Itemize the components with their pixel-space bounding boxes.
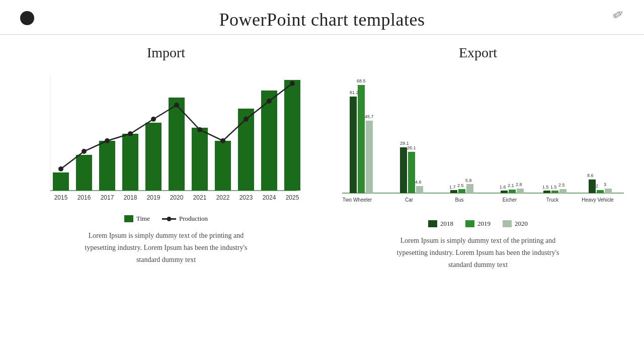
- svg-rect-6: [145, 123, 162, 191]
- svg-text:Car: Car: [405, 197, 414, 203]
- svg-text:68.5: 68.5: [357, 78, 366, 83]
- svg-text:2024: 2024: [263, 194, 276, 201]
- legend-production-line: [162, 218, 176, 220]
- svg-point-20: [220, 138, 225, 143]
- svg-rect-36: [350, 97, 357, 193]
- svg-text:3: 3: [604, 182, 606, 187]
- legend-2018-label: 2018: [440, 220, 453, 228]
- svg-rect-4: [99, 141, 115, 191]
- export-legend: 2018 2019 2020: [428, 220, 528, 228]
- svg-text:1.5: 1.5: [542, 185, 549, 190]
- svg-text:1.7: 1.7: [449, 185, 456, 190]
- svg-rect-37: [358, 85, 365, 193]
- svg-rect-59: [517, 189, 524, 193]
- svg-rect-38: [366, 121, 373, 193]
- main-content: Import: [0, 35, 644, 361]
- header-dot: [20, 11, 34, 25]
- legend-2018: 2018: [428, 220, 453, 228]
- svg-point-19: [197, 127, 202, 132]
- svg-point-15: [105, 138, 110, 143]
- page-header: PowerPoint chart templates ✏: [0, 0, 644, 35]
- svg-rect-71: [589, 179, 596, 193]
- svg-text:Bus: Bus: [455, 197, 463, 203]
- page-title: PowerPoint chart templates: [219, 9, 425, 30]
- svg-text:45.7: 45.7: [365, 114, 374, 119]
- legend-2020-box: [503, 220, 512, 227]
- legend-2020: 2020: [503, 220, 528, 228]
- import-legend: Time Production: [124, 215, 208, 223]
- svg-text:Eicher: Eicher: [503, 197, 517, 203]
- svg-rect-3: [76, 155, 92, 191]
- legend-2019-box: [465, 220, 474, 227]
- svg-text:2021: 2021: [193, 194, 207, 201]
- legend-production-label: Production: [179, 215, 208, 223]
- svg-rect-57: [501, 191, 508, 193]
- svg-text:2019: 2019: [147, 194, 160, 201]
- svg-text:Heavy Vehicle: Heavy Vehicle: [582, 197, 614, 203]
- svg-text:2023: 2023: [239, 194, 253, 201]
- svg-point-18: [174, 103, 179, 108]
- svg-rect-43: [400, 147, 407, 193]
- svg-text:2022: 2022: [216, 194, 230, 201]
- svg-text:2.5: 2.5: [558, 183, 565, 188]
- export-panel: Export 61.2 68.5 45.7 Two Wheeler 29.1: [322, 40, 634, 361]
- svg-text:4.6: 4.6: [415, 179, 422, 185]
- svg-point-17: [151, 117, 156, 122]
- svg-rect-5: [122, 134, 138, 191]
- svg-text:2016: 2016: [77, 194, 91, 201]
- svg-text:2.8: 2.8: [516, 182, 522, 187]
- svg-rect-44: [408, 152, 415, 193]
- svg-text:1.5: 1.5: [550, 185, 557, 190]
- legend-2019-label: 2019: [477, 220, 491, 228]
- svg-text:1.6: 1.6: [500, 185, 506, 190]
- svg-text:2: 2: [596, 184, 598, 189]
- edit-icon[interactable]: ✏: [610, 6, 627, 25]
- legend-time-label: Time: [136, 215, 150, 223]
- import-chart-svg: 2015 2016 2017 2018 2019 2020 2021 2022 …: [25, 65, 307, 211]
- svg-point-16: [128, 131, 133, 136]
- svg-rect-8: [192, 128, 208, 191]
- legend-2018-box: [428, 220, 437, 227]
- export-chart-svg: 61.2 68.5 45.7 Two Wheeler 29.1 26.1 4.6…: [327, 65, 629, 216]
- svg-rect-66: [559, 189, 567, 193]
- svg-rect-51: [458, 189, 465, 193]
- legend-time: Time: [124, 215, 150, 223]
- svg-text:61.2: 61.2: [350, 90, 359, 95]
- export-chart-title: Export: [459, 45, 497, 61]
- legend-2019: 2019: [465, 220, 491, 228]
- svg-point-13: [58, 166, 63, 171]
- svg-rect-64: [543, 191, 550, 193]
- svg-point-23: [290, 81, 295, 86]
- svg-text:2.5: 2.5: [457, 183, 464, 188]
- svg-rect-58: [509, 190, 516, 193]
- svg-text:Two Wheeler: Two Wheeler: [343, 197, 372, 203]
- export-description: Lorem Ipsum is simply dummy text of the …: [392, 235, 564, 270]
- svg-point-22: [267, 99, 272, 104]
- svg-rect-2: [53, 172, 69, 191]
- svg-text:Truck: Truck: [546, 197, 559, 203]
- svg-text:2020: 2020: [170, 194, 184, 201]
- svg-rect-45: [416, 186, 423, 193]
- svg-point-14: [82, 149, 87, 154]
- svg-rect-9: [215, 141, 231, 191]
- legend-production: Production: [162, 215, 208, 223]
- svg-rect-73: [605, 189, 612, 193]
- svg-rect-50: [450, 190, 457, 193]
- svg-text:2017: 2017: [101, 194, 114, 201]
- svg-rect-65: [551, 191, 558, 193]
- legend-2020-label: 2020: [515, 220, 528, 228]
- svg-rect-52: [466, 184, 473, 193]
- svg-text:2025: 2025: [286, 194, 299, 201]
- import-chart-title: Import: [147, 45, 185, 61]
- legend-time-box: [124, 215, 133, 222]
- svg-text:2015: 2015: [54, 194, 68, 201]
- svg-rect-72: [597, 190, 604, 193]
- import-panel: Import: [10, 40, 322, 361]
- svg-text:26.1: 26.1: [407, 145, 416, 150]
- svg-point-21: [244, 117, 249, 122]
- svg-text:8.6: 8.6: [587, 173, 594, 178]
- svg-rect-12: [284, 80, 300, 191]
- svg-text:5.8: 5.8: [465, 178, 472, 183]
- import-description: Lorem Ipsum is simply dummy text of the …: [80, 230, 252, 265]
- svg-text:2018: 2018: [124, 194, 137, 201]
